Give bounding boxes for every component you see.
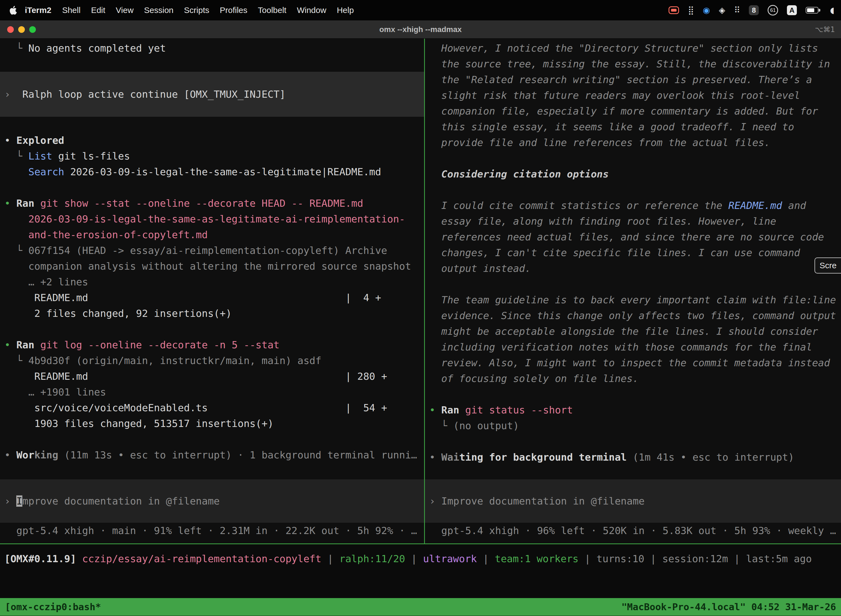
right-terminal-pane[interactable]: However, I noticed the "Directory Struct… [425,39,841,543]
tmux-panes: └ No agents completed yet › Ralph loop a… [0,39,841,543]
text-run: However, I noticed the "Directory Struct… [429,43,818,54]
text-run: cczip/essay/ai-reimplementation-copyleft [82,553,321,565]
left-pane-transcript: • Explored └ List git ls-files Search 20… [0,117,424,463]
text-run: [OMX#0.11.9] [4,553,82,565]
text-run: └ [4,355,28,366]
text-run: 2 files changed, 92 insertions(+) [4,308,232,319]
text-run: I [16,496,22,507]
battery-percent-icon[interactable]: 61 [768,5,778,15]
text-run: └ [429,420,453,431]
keyboard-grid-icon[interactable]: ⣿ [688,6,694,14]
terminal-line: gpt-5.4 xhigh · main · 91% left · 2.31M … [0,523,424,538]
screen-overlay-button[interactable]: Scre [815,258,841,273]
battery-icon[interactable] [806,7,818,13]
menu-bar: iTerm2 ShellEditViewSessionScriptsProfil… [0,0,841,21]
terminal-line: • Working (11m 13s • esc to interrupt) ·… [0,447,424,463]
terminal-line: README.md | 4 + [0,290,424,305]
terminal-line: › Improve documentation in @filename [0,493,424,509]
right-prompt-input[interactable]: › Improve documentation in @filename [425,480,841,523]
text-run: and-the-erosion-of-copyleft.md [4,229,208,241]
menu-view[interactable]: View [111,6,139,15]
left-prompt-input[interactable]: › Improve documentation in @filename [0,480,424,523]
tmux-session-info: [omx-cczip0:bash* [5,601,101,612]
terminal: └ No agents completed yet › Ralph loop a… [0,39,841,616]
text-run: src/voice/voiceModeEnabled.ts | 54 + [4,402,387,414]
text-run: gpt-5.4 xhigh · 96% left · 520K in · 5.8… [429,525,836,536]
text-run: Wor [16,449,34,461]
menu-session[interactable]: Session [139,6,179,15]
text-run: essay file, along with finding root file… [429,216,776,227]
eight-icon[interactable]: 8 [749,5,759,15]
traffic-lights [7,26,36,33]
text-run: | [579,553,596,565]
left-terminal-pane[interactable]: └ No agents completed yet › Ralph loop a… [0,39,424,543]
terminal-line: • Explored [0,132,424,148]
text-run: • [429,404,441,416]
screen-recording-indicator[interactable] [668,6,679,14]
terminal-line: companion file, especially if more comme… [425,103,841,119]
text-run [4,166,28,177]
omx-status-line: [OMX#0.11.9] cczip/essay/ai-reimplementa… [0,551,841,567]
minimize-button[interactable] [18,26,25,33]
text-run: references need actual files, and since … [429,231,824,243]
text-run: git ls-files [52,150,130,162]
input-source-icon[interactable]: A [787,5,797,15]
menu-profiles[interactable]: Profiles [214,6,252,15]
text-run: turns:10 [596,553,644,565]
screen: iTerm2 ShellEditViewSessionScriptsProfil… [0,0,841,616]
zoom-button[interactable] [29,26,36,33]
text-run: changes, I can't cite specific file line… [429,247,800,258]
window-titlebar: omx --xhigh --madmax ⌥⌘1 [0,21,841,39]
wifi-icon[interactable]: ◖ [830,6,834,14]
right-pane-footer: › Improve documentation in @filename gpt… [425,480,841,543]
terminal-line [0,117,424,132]
window-shortcut-badge: ⌥⌘1 [815,25,835,34]
text-run: | [644,553,662,565]
tmux-host-time: "MacBook-Pro-44.local" 04:52 31-Mar-26 [621,601,836,612]
menu-shell[interactable]: Shell [57,6,86,15]
dark-app-icon[interactable]: ◈ [719,6,725,14]
menu-toolbelt[interactable]: Toolbelt [253,6,292,15]
text-run: evidence. Since this change only affects… [429,310,836,321]
ralph-inject-banner-text: › Ralph loop active continue [OMX_TMUX_I… [0,87,424,102]
terminal-line: the source tree, missing the essay. Stil… [425,56,841,72]
dots-grid-icon[interactable]: ⠿ [734,6,740,14]
terminal-line: slight risk that future readers may over… [425,88,841,103]
menu-window[interactable]: Window [292,6,332,15]
terminal-line [0,56,424,72]
terminal-line: output instead. [425,261,841,276]
text-run: Considering citation options [429,168,609,180]
text-run: … +1901 lines [4,386,106,398]
terminal-line: might be acceptable alongside the file l… [425,323,841,339]
text-run: README.md [728,200,782,211]
blue-app-icon[interactable]: ◉ [703,6,710,14]
text-run: • [429,452,441,463]
text-run: Ran [441,404,465,416]
text-run: the "Related research writing" section i… [429,74,812,85]
text-run: List [28,150,53,162]
text-run: | [405,553,423,565]
terminal-line [0,431,424,447]
battery-fill [807,8,814,12]
text-run: • [4,449,16,461]
terminal-line: changes, I can't cite specific file line… [425,245,841,261]
terminal-line: 1903 files changed, 513517 insertions(+) [0,416,424,431]
menu-edit[interactable]: Edit [86,6,111,15]
text-run: session:12m [662,553,728,565]
menu-app-name[interactable]: iTerm2 [19,6,57,15]
left-model-statusline: gpt-5.4 xhigh · main · 91% left · 2.31M … [0,523,424,538]
menu-scripts[interactable]: Scripts [179,6,215,15]
ralph-inject-banner: › Ralph loop active continue [OMX_TMUX_I… [0,72,424,117]
terminal-line [0,321,424,337]
text-run: README.md | 4 + [4,292,381,303]
text-run: companion file, especially if more comme… [429,106,818,117]
apple-menu-icon[interactable] [9,6,17,15]
text-run: might be acceptable alongside the file l… [429,326,818,337]
text-run: I could cite commit statistics or refere… [429,200,728,211]
menu-help[interactable]: Help [332,6,359,15]
window-title: omx --xhigh --madmax [379,25,462,34]
close-button[interactable] [7,26,14,33]
text-run: | [477,553,495,565]
text-run: companion analysis without altering the … [4,261,411,272]
text-run: of focusing solely on file lines. [429,373,639,384]
